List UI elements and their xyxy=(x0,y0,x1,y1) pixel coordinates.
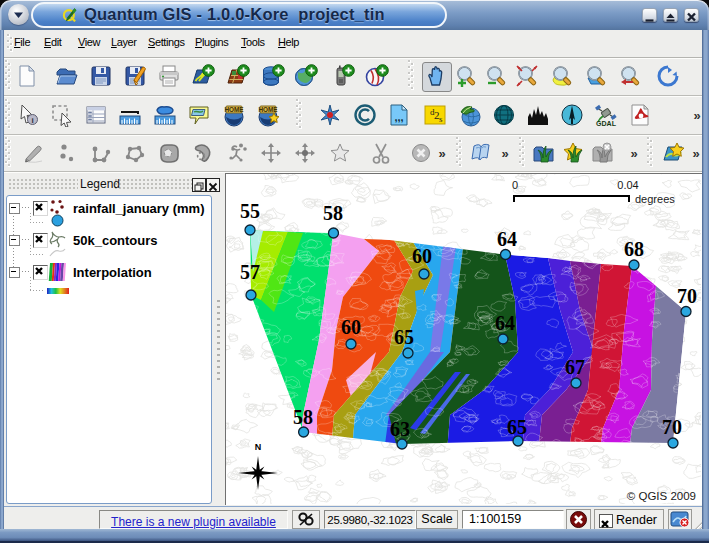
svg-text:0.04: 0.04 xyxy=(617,179,638,191)
svg-text:70: 70 xyxy=(677,285,697,307)
svg-text:63: 63 xyxy=(390,418,410,440)
svg-text:»: » xyxy=(630,146,637,161)
svg-text:60: 60 xyxy=(341,316,361,338)
svg-text:60: 60 xyxy=(412,245,432,267)
svg-text:58: 58 xyxy=(323,202,343,224)
svg-text:70: 70 xyxy=(662,416,682,438)
svg-text:67: 67 xyxy=(565,356,585,378)
svg-text:N: N xyxy=(255,442,262,452)
svg-text:55: 55 xyxy=(240,200,260,222)
svg-text:GDAL: GDAL xyxy=(596,120,617,127)
svg-text:»: » xyxy=(501,146,508,161)
svg-text:© QGIS 2009: © QGIS 2009 xyxy=(627,490,696,502)
svg-text:»: » xyxy=(692,146,699,161)
svg-text:i: i xyxy=(31,116,33,125)
svg-text:65: 65 xyxy=(394,326,414,348)
svg-text:57: 57 xyxy=(240,261,260,283)
svg-text:»: » xyxy=(438,146,445,161)
svg-text:68: 68 xyxy=(624,238,644,260)
svg-text:0: 0 xyxy=(512,179,518,191)
svg-text:64: 64 xyxy=(497,228,517,250)
svg-text:»: » xyxy=(693,108,700,123)
svg-text:HOME: HOME xyxy=(258,106,278,113)
svg-text:64: 64 xyxy=(495,312,515,334)
svg-text:HOME: HOME xyxy=(224,106,244,113)
svg-text:,,,: ,,, xyxy=(394,111,403,123)
svg-text:65: 65 xyxy=(507,416,527,438)
svg-text:degrees: degrees xyxy=(635,193,675,205)
svg-text:58: 58 xyxy=(293,406,313,428)
svg-text:s: s xyxy=(439,114,443,124)
